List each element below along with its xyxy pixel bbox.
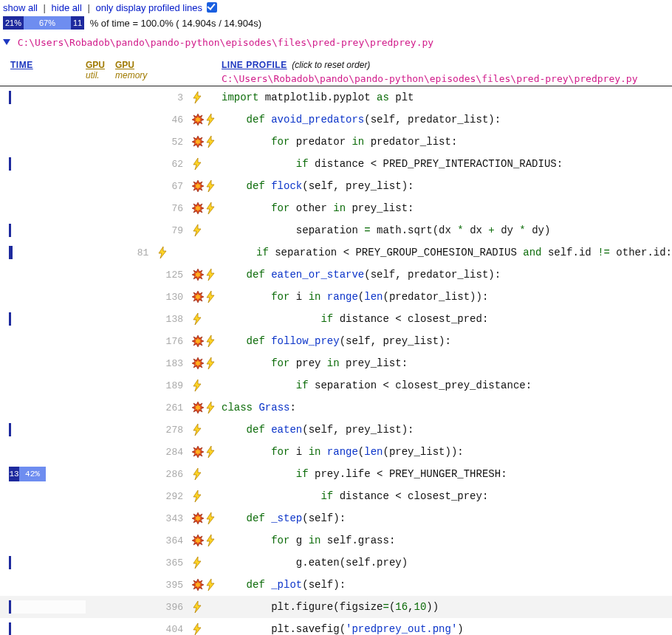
code-cell: for i in range(len(predator_list)): <box>219 291 672 303</box>
file-path-toggle[interactable]: C:\Users\Robadob\pando\pando-python\epis… <box>0 34 672 54</box>
line-number: 138 <box>160 314 191 325</box>
code-row[interactable]: 67 def flock(self, prey_list): <box>0 175 672 197</box>
lightning-icon <box>192 313 204 325</box>
line-number: 343 <box>160 513 191 524</box>
show-all-link[interactable]: show all <box>3 2 38 13</box>
code-row[interactable]: 292 if distance < closest_prey: <box>0 485 672 507</box>
lightning-icon <box>192 380 204 391</box>
code-row[interactable]: 404 plt.savefig('predprey_out.png') <box>0 618 672 635</box>
flags-cell <box>191 313 219 325</box>
flags-cell <box>191 291 219 303</box>
code-row[interactable]: 76 for other in prey_list: <box>0 197 672 219</box>
code-row[interactable]: 365 g.eaten(self.prey) <box>0 552 672 574</box>
time-bar-seg-b: 42% <box>19 467 46 481</box>
code-cell: if separation < closest_prey_distance: <box>219 380 672 391</box>
gpu-util-header[interactable]: GPU <box>86 60 105 70</box>
line-number: 278 <box>160 425 191 436</box>
explosion-icon <box>192 269 204 281</box>
explosion-icon <box>192 202 204 214</box>
flags-cell <box>191 557 219 569</box>
time-tick <box>9 556 11 569</box>
line-profile-header[interactable]: LINE PROFILE <box>222 60 287 70</box>
code-row[interactable]: 46 def avoid_predators(self, predator_li… <box>0 109 672 131</box>
code-row[interactable]: 395 def _plot(self): <box>0 574 672 596</box>
line-number: 3 <box>160 92 191 103</box>
time-cell <box>0 264 86 286</box>
reset-order-hint[interactable]: (click to reset order) <box>292 60 370 70</box>
code-row[interactable]: 3import matplotlib.pyplot as plt <box>0 86 672 109</box>
lightning-icon <box>205 512 217 524</box>
lightning-icon <box>205 446 217 458</box>
lightning-icon <box>205 180 217 192</box>
time-summary-row: 21% 67% 11 % of time = 100.0% ( 14.904s … <box>0 15 672 34</box>
code-row[interactable]: 396 plt.figure(figsize=(16,10)) <box>0 596 672 618</box>
explosion-icon <box>192 136 204 148</box>
code-row[interactable]: 130 for i in range(len(predator_list)): <box>0 286 672 308</box>
line-number: 183 <box>160 358 191 369</box>
code-cell: def follow_prey(self, prey_list): <box>219 335 672 347</box>
explosion-icon <box>192 535 204 546</box>
line-number: 395 <box>160 580 191 591</box>
code-row[interactable]: 364 for g in self.grass: <box>0 529 672 552</box>
lightning-icon <box>192 158 204 170</box>
code-cell: plt.figure(figsize=(16,10)) <box>219 601 672 613</box>
flags-cell <box>191 224 219 236</box>
code-row[interactable]: 62 if distance < PRED_PREY_INTERACTION_R… <box>0 153 672 175</box>
flags-cell <box>156 247 179 258</box>
line-number: 284 <box>160 447 191 458</box>
lightning-icon <box>205 202 217 214</box>
line-number: 404 <box>160 624 191 635</box>
time-cell <box>0 109 86 131</box>
lightning-icon <box>192 468 204 480</box>
flags-cell <box>191 512 219 524</box>
time-cell <box>0 574 86 596</box>
only-profiled-link[interactable]: only display profiled lines <box>95 2 202 13</box>
code-row[interactable]: 52 for predator in predator_list: <box>0 131 672 153</box>
lightning-icon <box>192 424 204 436</box>
code-row[interactable]: 138 if distance < closest_pred: <box>0 308 672 330</box>
code-row[interactable]: 284 for i in range(len(prey_list)): <box>0 441 672 463</box>
code-cell: class Grass: <box>219 402 672 413</box>
code-cell: def flock(self, prey_list): <box>219 180 672 192</box>
code-row[interactable]: 278 def eaten(self, prey_list): <box>0 419 672 441</box>
code-row[interactable]: 343 def _step(self): <box>0 507 672 529</box>
flags-cell <box>191 92 219 103</box>
code-cell: if distance < PRED_PREY_INTERACTION_RADI… <box>219 158 672 170</box>
code-cell: def _plot(self): <box>219 579 672 591</box>
line-number: 396 <box>160 602 191 613</box>
explosion-icon <box>192 357 204 369</box>
code-cell: if prey.life < PREY_HUNGER_THRESH: <box>219 468 672 480</box>
explosion-icon <box>192 114 204 126</box>
explosion-icon <box>192 402 204 413</box>
time-cell <box>0 131 86 153</box>
line-number: 46 <box>160 114 191 126</box>
line-number: 286 <box>160 469 191 480</box>
hide-all-link[interactable]: hide all <box>52 2 82 13</box>
code-row[interactable]: 189 if separation < closest_prey_distanc… <box>0 374 672 397</box>
only-profiled-checkbox[interactable] <box>207 2 217 13</box>
code-row[interactable]: 125 def eaten_or_starve(self, predator_l… <box>0 264 672 286</box>
time-cell <box>0 507 86 529</box>
time-header[interactable]: TIME <box>10 60 33 70</box>
explosion-icon <box>192 512 204 524</box>
time-tick <box>9 622 11 635</box>
code-row[interactable]: 183 for prey in prey_list: <box>0 352 672 374</box>
bar-seg-1: 21% <box>3 16 24 30</box>
flags-cell <box>191 269 219 281</box>
time-tick <box>9 423 11 436</box>
code-cell: for g in self.grass: <box>219 535 672 546</box>
explosion-icon <box>192 180 204 192</box>
gpu-mem-header[interactable]: GPU <box>115 60 134 70</box>
flags-cell <box>191 136 219 148</box>
code-cell: import matplotlib.pyplot as plt <box>219 92 672 103</box>
code-row[interactable]: 79 separation = math.sqrt(dx * dx + dy *… <box>0 219 672 241</box>
flags-cell <box>191 158 219 170</box>
flags-cell <box>191 180 219 192</box>
code-row[interactable]: 176 def follow_prey(self, prey_list): <box>0 330 672 352</box>
time-cell: 1342% <box>0 463 86 485</box>
line-number: 52 <box>160 137 191 148</box>
code-row[interactable]: 1342%286 if prey.life < PREY_HUNGER_THRE… <box>0 463 672 485</box>
code-row[interactable]: 261class Grass: <box>0 397 672 419</box>
code-row[interactable]: 81 if separation < PREY_GROUP_COHESION_R… <box>0 241 672 264</box>
bar-seg-2: 67% <box>24 16 71 30</box>
